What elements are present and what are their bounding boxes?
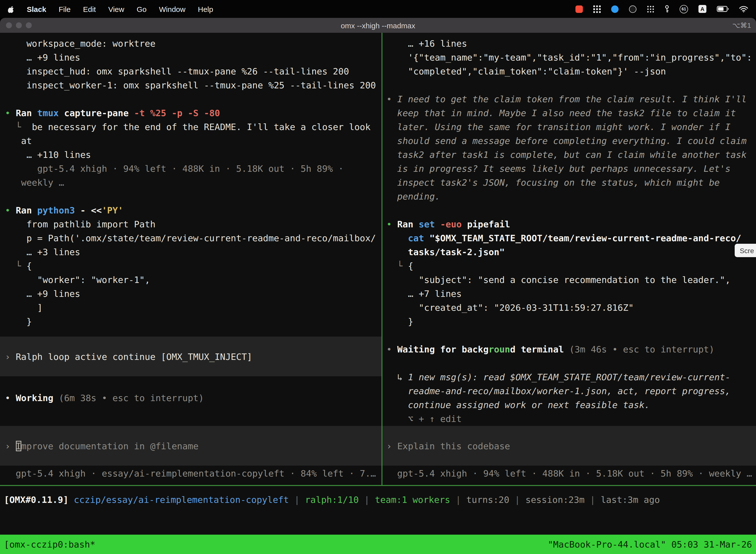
terminal-line: is in progress? It seems likely but perh… [386,162,756,176]
text-segment: Ran [397,219,419,229]
window-title-bar: omx --xhigh --madmax ⌥⌘1 [0,18,756,33]
text-segment: "$OMX_TEAM_STATE_ROOT/team/review-curren… [429,233,741,243]
terminal-line: inspect_hud: omx sparkshell --tmux-pane … [5,64,381,78]
text-segment: | [450,494,466,505]
text-segment: gpt-5.4 xhigh · 94% left · 488K in · 5.1… [5,163,343,174]
terminal-line: "subject": "send a concise recommendatio… [386,273,756,287]
menu-item-help[interactable]: Help [198,5,213,13]
gauge-61-icon[interactable]: 61 [680,5,688,13]
text-segment: ⌥ + ↑ edit [386,413,461,424]
wifi-icon[interactable] [739,6,748,12]
terminal-line: └ { [386,259,756,273]
text-segment: inspect task2's JSON, focusing on the st… [386,177,720,188]
terminal-line: inspect task2's JSON, focusing on the st… [386,176,756,189]
exec-line: • Ran set -euo pipefail [386,217,756,231]
right-prompt-input[interactable]: › Explain this codebase [382,426,756,466]
text-segment: } [5,316,32,327]
tmux-status-bar: [omx-cczip0:bash* "MacBook-Pro-44.local"… [0,535,756,554]
text-segment: | [509,494,525,505]
left-pane-output: workspace_mode: worktree … +9 lines insp… [5,37,381,405]
blue-app-icon[interactable] [611,5,619,13]
terminal-line: pending. [386,189,756,204]
right-pane-output: … +16 lines '{"team_name":"my-team","tas… [386,37,756,426]
menu-item-go[interactable]: Go [137,5,146,13]
close-button[interactable] [6,22,12,28]
apple-icon[interactable] [8,5,14,13]
dots-grid-icon[interactable] [647,5,654,13]
menu-item-window[interactable]: Window [159,5,186,13]
battery-icon[interactable] [717,6,729,12]
text-segment: inspect_worker-1: omx sparkshell --tmux-… [5,80,376,90]
terminal-line: … +9 lines [5,51,381,64]
text-segment: at [5,135,32,146]
terminal-line: task2 after task1 is complete, but can I… [386,148,756,162]
text-segment: "completed","claim_token":"claim-token"}… [386,66,666,76]
terminal-line: … +110 lines [5,148,381,162]
text-segment: | [585,494,601,505]
terminal-line: ] [5,301,381,315]
window-shortcut-hint: ⌥⌘1 [732,21,756,29]
key-icon[interactable] [665,5,669,13]
active-app-menu[interactable]: Slack [27,5,46,13]
text-segment: python3 [37,205,75,215]
menu-bar: Slack FileEditViewGoWindowHelp 61 A [0,0,756,18]
text-segment: tasks/task-2.json" [386,247,505,257]
recording-indicator-icon[interactable] [575,5,583,13]
minimize-button[interactable] [16,22,22,28]
terminal-line: should send a message before completing … [386,134,756,148]
text-segment: d terminal [510,344,564,354]
text-segment: from pathlib import Path [5,219,155,229]
right-status-line: gpt-5.4 xhigh · 94% left · 488K in · 5.1… [386,466,756,481]
left-prompt-input[interactable]: › Improve documentation in @filename [0,426,381,466]
text-segment: team:1 workers [375,494,450,505]
text-segment: turns:20 [466,494,509,505]
tmux-panes: workspace_mode: worktree … +9 lines insp… [0,33,756,485]
terminal-line: from pathlib import Path [5,217,381,231]
omx-status-line: [OMX#0.11.9] cczip/essay/ai-reimplementa… [4,493,756,507]
text-segment: { [408,261,414,271]
keyboard-grid-icon[interactable] [593,5,601,13]
text-segment: keep that in mind. Maybe I also need the… [386,108,736,118]
text-segment: ] [5,302,43,313]
terminal-line: "created_at": "2026-03-31T11:59:27.816Z" [386,301,756,315]
text-segment: capture-pane [59,108,134,118]
terminal-line: at [5,134,381,148]
input-source-icon[interactable]: A [698,5,706,13]
window-controls [0,22,32,28]
tmux-session-label: [omx-cczip0:bash* [4,539,95,550]
menu-item-edit[interactable]: Edit [83,5,96,13]
terminal-line: ↳ 1 new msg(s): read $OMX_TEAM_STATE_ROO… [386,370,756,384]
terminal-line: p = Path('.omx/state/team/review-current… [5,231,381,245]
zoom-button[interactable] [26,22,32,28]
terminal-line: later. Using the same for transition mig… [386,120,756,134]
exec-band[interactable]: › Ralph loop active continue [OMX_TMUX_I… [0,337,381,376]
dark-app-icon[interactable] [629,5,636,13]
terminal-line: } [5,315,381,329]
window-title: omx --xhigh --madmax [0,21,756,30]
left-status-line: gpt-5.4 xhigh · essay/ai-reimplementatio… [5,466,381,481]
text-segment: Waiting for backg [397,344,488,354]
text-segment: … +9 lines [5,52,80,63]
blank-line [5,92,381,106]
terminal-line: … +9 lines [5,287,381,301]
text-segment: { [26,261,32,271]
text-segment: cczip/essay/ai-reimplementation-copyleft [74,494,289,505]
text-segment: "subject": "send a concise recommendatio… [386,275,731,285]
menu-item-file[interactable]: File [59,5,70,13]
text-segment: • [386,94,397,104]
text-segment: - << [75,205,102,215]
exec-line: • Ran tmux capture-pane -t %25 -p -S -80 [5,106,381,120]
tmux-right-pane: … +16 lines '{"team_name":"my-team","tas… [382,33,756,485]
text-segment: └ [5,261,26,271]
text-segment: tmux [37,108,59,118]
input-source-label: A [700,6,704,12]
text-segment: • [386,219,397,229]
menu-item-view[interactable]: View [108,5,124,13]
text-segment: … +3 lines [5,247,80,257]
screen: Slack FileEditViewGoWindowHelp 61 A [0,0,756,554]
text-segment: '{"team_name":"my-team","task_id":"1","f… [386,52,752,63]
text-segment: Ran [16,108,37,118]
right-pane-bottom: › Explain this codebase gpt-5.4 xhigh · … [386,426,756,481]
screenshot-tooltip[interactable]: Scre [735,244,756,257]
text-segment: } [386,316,413,327]
